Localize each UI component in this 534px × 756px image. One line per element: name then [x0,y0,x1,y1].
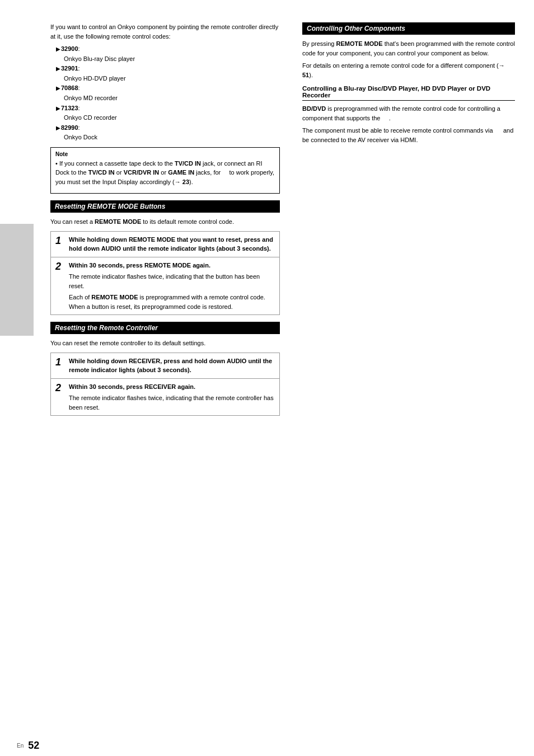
code-num: 71323 [61,105,78,111]
step-sub2: Each of REMOTE MODE is preprogrammed wit… [69,293,275,311]
code-num: 32900 [61,45,78,52]
step-text: While holding down REMOTE MODE that you … [69,235,275,253]
step-content: While holding down REMOTE MODE that you … [67,232,279,257]
intro-text: If you want to control an Onkyo componen… [50,22,280,41]
sidebar-decoration [0,224,34,336]
triangle-icon: ▶ [56,125,60,131]
section2-header: Resetting the Remote Controller [50,322,280,334]
sub-section-header: Controlling a Blu-ray Disc/DVD Player, H… [302,85,515,101]
step-number: 1 [51,353,67,378]
step-number: 2 [51,379,67,416]
section1-header: Resetting REMOTE MODE Buttons [50,200,280,213]
section1-intro: You can reset a REMOTE MODE to its defau… [50,217,280,227]
right-intro2: For details on entering a remote control… [302,61,515,79]
section2-steps: 1 While holding down RECEIVER, press and… [50,353,280,416]
code-desc: Onkyo MD recorder [64,93,280,104]
left-column: If you want to control an Onkyo componen… [34,22,291,713]
list-item: ▶71323: Onkyo CD recorder [56,104,280,123]
code-desc: Onkyo HD-DVD player [64,74,280,84]
list-item: ▶70868: Onkyo MD recorder [56,83,280,103]
code-num: 32901 [61,65,78,72]
step-content: Within 30 seconds, press RECEIVER again.… [67,379,279,416]
step-number: 2 [51,257,67,315]
step-content: Within 30 seconds, press REMOTE MODE aga… [67,257,279,315]
triangle-icon: ▶ [56,46,60,52]
step-main: Within 30 seconds, press RECEIVER again. [69,382,275,392]
list-item: ▶32900: Onkyo Blu-ray Disc player [56,44,280,64]
step-sub1: The remote indicator flashes twice, indi… [69,272,275,290]
step-number: 1 [51,232,67,257]
note-label: Note [55,151,275,157]
page-lang: En [17,743,24,749]
list-item: ▶82990: Onkyo Dock [56,123,280,143]
codes-list: ▶32900: Onkyo Blu-ray Disc player ▶32901… [56,44,280,143]
page: If you want to control an Onkyo componen… [0,0,534,756]
triangle-icon: ▶ [56,65,60,72]
content-area: If you want to control an Onkyo componen… [0,0,534,735]
section1-steps: 1 While holding down REMOTE MODE that yo… [50,231,280,316]
page-footer: En 52 [0,735,534,756]
right-intro1: By pressing REMOTE MODE that's been prog… [302,39,515,58]
step-text: While holding down RECEIVER, press and h… [69,356,275,375]
note-box: Note • If you connect a cassette tape de… [50,147,280,194]
step-sub1: The remote indicator flashes twice, indi… [69,393,275,412]
step-main: Within 30 seconds, press REMOTE MODE aga… [69,261,275,270]
section2-intro: You can reset the remote controller to i… [50,339,280,348]
code-num: 82990 [61,124,78,131]
step-row: 2 Within 30 seconds, press REMOTE MODE a… [51,257,279,315]
page-number: 52 [28,740,39,752]
code-desc: Onkyo CD recorder [64,113,280,123]
step-row: 1 While holding down RECEIVER, press and… [51,353,279,379]
triangle-icon: ▶ [56,85,60,91]
bd-text2: The component must be able to receive re… [302,126,515,144]
list-item: ▶32901: Onkyo HD-DVD player [56,64,280,83]
code-desc: Onkyo Blu-ray Disc player [64,54,280,64]
code-num: 70868 [61,84,78,91]
note-text: • If you connect a cassette tape deck to… [55,159,275,187]
step-content: While holding down RECEIVER, press and h… [67,353,279,378]
triangle-icon: ▶ [56,105,60,111]
code-desc: Onkyo Dock [64,133,280,143]
right-column: Controlling Other Components By pressing… [291,22,532,713]
right-section-header: Controlling Other Components [302,22,515,35]
bd-intro: BD/DVD is preprogrammed with the remote … [302,104,515,123]
main-content: If you want to control an Onkyo componen… [34,22,534,713]
step-row: 2 Within 30 seconds, press RECEIVER agai… [51,379,279,416]
step-row: 1 While holding down REMOTE MODE that yo… [51,232,279,257]
